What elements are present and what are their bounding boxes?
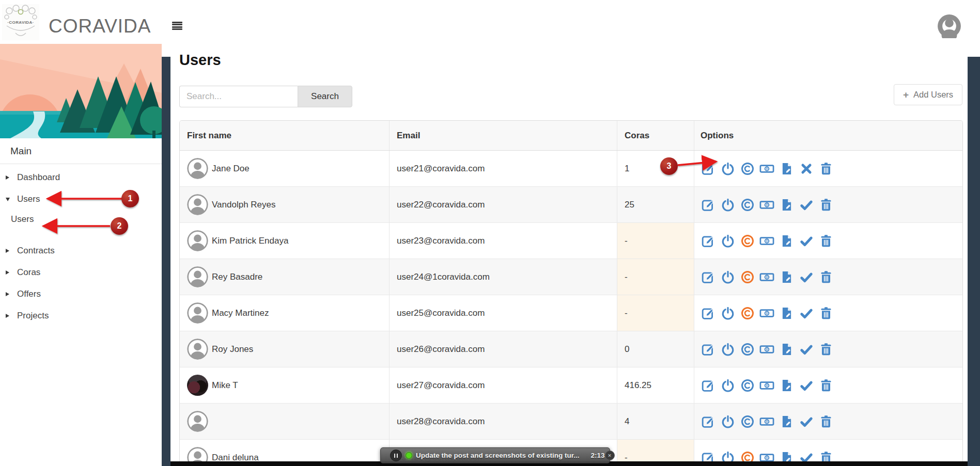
sidebar-menu-item[interactable]: Users <box>0 188 162 210</box>
edit-icon[interactable] <box>701 378 715 393</box>
check-icon[interactable] <box>799 414 814 429</box>
copyright-icon[interactable] <box>740 414 755 429</box>
sidebar-menu-item[interactable]: Dashboard <box>0 167 162 188</box>
power-icon[interactable] <box>720 378 735 393</box>
table-row: Mike T user27@coravida.com 416.25 <box>180 367 962 404</box>
hamburger-icon[interactable] <box>172 22 182 30</box>
trash-icon[interactable] <box>818 378 833 393</box>
file-edit-icon[interactable] <box>779 162 794 176</box>
add-users-button[interactable]: + Add Users <box>894 84 962 105</box>
sidebar: ·CORAVIDA· CORAVIDA <box>0 0 162 466</box>
options-cell <box>694 295 962 331</box>
check-icon[interactable] <box>799 234 814 248</box>
copyright-icon[interactable] <box>740 162 755 176</box>
edit-icon[interactable] <box>701 270 715 284</box>
check-icon[interactable] <box>799 378 814 393</box>
money-icon[interactable] <box>759 378 774 393</box>
name-cell: Mike T <box>180 367 390 403</box>
trash-icon[interactable] <box>818 306 833 320</box>
name-cell: Vandolph Reyes <box>180 187 390 222</box>
copyright-icon[interactable] <box>740 270 755 284</box>
edit-icon[interactable] <box>701 162 715 176</box>
sidebar-menu-item[interactable]: Coras <box>0 262 162 283</box>
copyright-icon[interactable] <box>740 378 755 393</box>
edit-icon[interactable] <box>701 306 715 320</box>
file-edit-icon[interactable] <box>779 342 794 357</box>
file-edit-icon[interactable] <box>779 270 794 284</box>
money-icon[interactable] <box>759 234 774 248</box>
trash-icon[interactable] <box>818 198 833 212</box>
search-button[interactable]: Search <box>298 86 352 107</box>
email-cell: user28@coravida.com <box>390 404 617 439</box>
copyright-icon[interactable] <box>740 342 755 357</box>
sidebar-submenu-item[interactable]: Users <box>0 210 162 229</box>
table-row: Jane Doe user21@coravida.com 1 <box>180 151 962 187</box>
trash-icon[interactable] <box>818 342 833 357</box>
sidebar-divider <box>0 164 162 164</box>
column-header-first-name: First name <box>180 121 390 150</box>
copyright-icon[interactable] <box>740 306 755 320</box>
power-icon[interactable] <box>720 198 735 212</box>
user-name: Roy Jones <box>212 344 253 355</box>
trash-icon[interactable] <box>818 270 833 284</box>
money-icon[interactable] <box>759 162 774 176</box>
check-icon[interactable] <box>799 270 814 284</box>
money-icon[interactable] <box>759 306 774 320</box>
copyright-icon[interactable] <box>740 198 755 212</box>
check-icon[interactable] <box>799 306 814 320</box>
check-icon[interactable] <box>799 198 814 212</box>
edit-icon[interactable] <box>701 414 715 429</box>
sidebar-item-label: Offers <box>17 289 41 299</box>
search-input[interactable] <box>179 86 298 107</box>
close-icon[interactable]: ✕ <box>605 451 615 460</box>
menu-caret-icon <box>6 270 17 275</box>
page-title: Users <box>179 52 221 69</box>
sidebar-submenu: Users <box>0 210 162 229</box>
user-name: Jane Doe <box>212 164 250 174</box>
email-cell: user23@coravida.com <box>390 223 617 259</box>
money-icon[interactable] <box>759 270 774 284</box>
email-cell: user26@coravida.com <box>390 331 617 367</box>
trash-icon[interactable] <box>818 234 833 248</box>
file-edit-icon[interactable] <box>779 234 794 248</box>
pause-button[interactable] <box>390 449 402 461</box>
brand-name: CORAVIDA <box>49 15 151 37</box>
coras-cell: 1 <box>617 151 694 186</box>
power-icon[interactable] <box>720 414 735 429</box>
email-cell: user24@1coravida.com <box>390 259 617 295</box>
trash-icon[interactable] <box>818 162 833 176</box>
file-edit-icon[interactable] <box>779 414 794 429</box>
power-icon[interactable] <box>720 306 735 320</box>
search-bar: Search <box>179 86 352 107</box>
sidebar-menu-item[interactable]: Projects <box>0 305 162 327</box>
table-row: Kim Patrick Endaya user23@coravida.com - <box>180 223 962 259</box>
file-edit-icon[interactable] <box>779 306 794 320</box>
name-cell <box>180 404 390 439</box>
email-cell: user27@coravida.com <box>390 367 617 403</box>
table-row: Rey Basadre user24@1coravida.com - <box>180 259 962 295</box>
check-icon[interactable] <box>799 342 814 357</box>
content-left-edge <box>162 57 170 466</box>
sidebar-menu-item[interactable]: Offers <box>0 283 162 305</box>
edit-icon[interactable] <box>701 234 715 248</box>
copyright-icon[interactable] <box>740 234 755 248</box>
email-cell: user22@coravida.com <box>390 187 617 222</box>
times-icon[interactable] <box>799 162 814 176</box>
options-cell <box>694 187 962 222</box>
money-icon[interactable] <box>759 414 774 429</box>
sidebar-menu-item[interactable]: Contracts <box>0 240 162 262</box>
trash-icon[interactable] <box>818 414 833 429</box>
power-icon[interactable] <box>720 234 735 248</box>
edit-icon[interactable] <box>701 342 715 357</box>
user-name: Rey Basadre <box>212 272 262 282</box>
power-icon[interactable] <box>720 162 735 176</box>
file-edit-icon[interactable] <box>779 378 794 393</box>
avatar <box>187 266 208 287</box>
file-edit-icon[interactable] <box>779 198 794 212</box>
power-icon[interactable] <box>720 342 735 357</box>
edit-icon[interactable] <box>701 198 715 212</box>
money-icon[interactable] <box>759 198 774 212</box>
power-icon[interactable] <box>720 270 735 284</box>
user-avatar-icon[interactable] <box>937 14 961 38</box>
money-icon[interactable] <box>759 342 774 357</box>
